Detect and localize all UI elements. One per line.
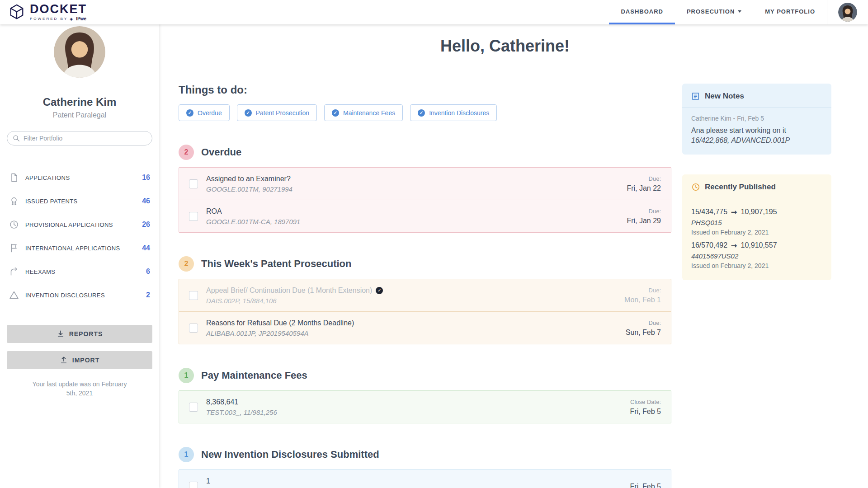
sidebar-item-provisional-applications[interactable]: PROVISIONAL APPLICATIONS 26	[0, 213, 159, 236]
patent-number: 10,907,195	[741, 208, 777, 216]
count-badge: 46	[142, 197, 150, 205]
chip-invention-disclosures[interactable]: ✓ Invention Disclosures	[410, 104, 497, 121]
reports-button[interactable]: REPORTS	[7, 325, 152, 343]
due-label: Due:	[624, 286, 661, 294]
task-title: ROA	[206, 206, 627, 216]
published-entry: 15/434,775 ➞ 10,907,195 PHSQ015 Issued o…	[682, 198, 831, 236]
application-number: 15/434,775	[691, 208, 727, 216]
task-text: 8,368,641 TEST.003_, 11/981,256	[206, 397, 630, 417]
ipwe-logo-icon: ◈	[70, 17, 74, 21]
todo-column: Things to do: ✓ Overdue ✓ Patent Prosecu…	[179, 84, 671, 488]
task-row[interactable]: Reasons for Refusal Due (2 Months Deadli…	[179, 311, 671, 344]
task-text: ROA GOOGLE.001TM-CA, 1897091	[206, 206, 627, 226]
reexam-arrow-icon	[9, 267, 19, 277]
nav-my-portfolio[interactable]: MY PORTFOLIO	[753, 0, 827, 24]
task-checkbox[interactable]	[189, 403, 198, 412]
count-badge: 44	[142, 244, 150, 252]
task-due: Due: Mon, Feb 1	[624, 286, 661, 305]
greeting: Hello, Catherine!	[179, 36, 831, 56]
sidebar-item-issued-patents[interactable]: ISSUED PATENTS 46	[0, 189, 159, 213]
due-date: Mon, Feb 1	[624, 295, 661, 305]
docket-logo[interactable]: DOCKET POWERED BY ◈ IPwe	[0, 0, 87, 24]
sidebar-item-international-applications[interactable]: INTERNATIONAL APPLICATIONS 44	[0, 236, 159, 260]
nav-my-portfolio-label: MY PORTFOLIO	[765, 8, 815, 15]
top-bar: DOCKET POWERED BY ◈ IPwe DASHBOARD PROSE…	[0, 0, 868, 24]
chip-overdue[interactable]: ✓ Overdue	[179, 104, 230, 121]
new-notes-card[interactable]: New Notes Catherine Kim - Fri, Feb 5 Ana…	[682, 84, 831, 155]
chip-label: Overdue	[198, 109, 222, 117]
reports-button-label: REPORTS	[69, 330, 103, 338]
published-issued-date: Issued on February 2, 2021	[691, 262, 822, 269]
task-row[interactable]: ROA GOOGLE.001TM-CA, 1897091 Due: Fri, J…	[179, 200, 671, 232]
task-title: Reasons for Refusal Due (2 Months Deadli…	[206, 318, 626, 328]
sidebar-item-label: INVENTION DISCLOSURES	[25, 292, 146, 299]
due-date: Sun, Feb 7	[626, 328, 661, 337]
portfolio-menu: APPLICATIONS 16 ISSUED PATENTS 46 PROVIS…	[0, 166, 159, 307]
sidebar-item-label: PROVISIONAL APPLICATIONS	[25, 221, 142, 228]
task-checkbox[interactable]	[189, 212, 198, 221]
section-title: Pay Maintenance Fees	[201, 370, 307, 381]
due-label: Due:	[627, 175, 661, 183]
recently-published-card[interactable]: Recently Published 15/434,775 ➞ 10,907,1…	[682, 174, 831, 280]
published-entry: 16/570,492 ➞ 10,910,557 44015697US02 Iss…	[682, 236, 831, 269]
count-badge: 26	[142, 221, 150, 229]
task-row[interactable]: 1 ↻ In Progress Fri, Feb 5	[179, 470, 671, 488]
task-text: 1 ↻ In Progress	[206, 476, 630, 488]
import-button[interactable]: IMPORT	[7, 351, 152, 369]
nav-prosecution-label: PROSECUTION	[687, 8, 735, 15]
section-overdue: 2 Overdue Assigned to an Examiner? GOOGL…	[179, 145, 671, 233]
check-circle-icon: ✓	[332, 109, 339, 117]
sidebar-item-label: INTERNATIONAL APPLICATIONS	[25, 245, 142, 252]
task-row[interactable]: 8,368,641 TEST.003_, 11/981,256 Close Da…	[179, 391, 671, 423]
note-message: Ana please start working on it	[691, 126, 822, 136]
task-checkbox[interactable]	[189, 324, 198, 333]
task-reference: GOOGLE.001TM, 90271994	[206, 185, 627, 193]
filter-chips: ✓ Overdue ✓ Patent Prosecution ✓ Mainten…	[179, 104, 671, 121]
task-checkbox[interactable]	[189, 179, 198, 188]
body-row: Catherine Kim Patent Paralegal APPLICATI…	[0, 24, 868, 488]
due-label: Due:	[626, 319, 661, 327]
task-checkbox[interactable]	[189, 482, 198, 488]
section-header: 2 Overdue	[179, 145, 671, 160]
sidebar: Catherine Kim Patent Paralegal APPLICATI…	[0, 24, 159, 488]
sidebar-item-invention-disclosures[interactable]: INVENTION DISCLOSURES 2	[0, 283, 159, 307]
chip-label: Maintenance Fees	[343, 109, 395, 117]
chip-label: Patent Prosecution	[256, 109, 309, 117]
count-badge: 2	[146, 291, 150, 299]
task-row[interactable]: Assigned to an Examiner? GOOGLE.001TM, 9…	[179, 168, 671, 200]
due-label: Due:	[627, 207, 661, 215]
sidebar-item-reexams[interactable]: REEXAMS 6	[0, 260, 159, 283]
nav-prosecution[interactable]: PROSECUTION	[675, 0, 753, 24]
filter-portfolio-input[interactable]	[7, 131, 152, 145]
sidebar-item-label: APPLICATIONS	[25, 174, 142, 181]
notes-card-title: New Notes	[705, 92, 744, 101]
section-patent-prosecution: 2 This Week's Patent Prosecution Appeal …	[179, 256, 671, 344]
chip-maintenance-fees[interactable]: ✓ Maintenance Fees	[324, 104, 403, 121]
task-checkbox[interactable]	[189, 291, 198, 300]
upload-icon	[60, 356, 68, 364]
task-reference: GOOGLE.001TM-CA, 1897091	[206, 217, 627, 226]
task-due: Close Date: Fri, Feb 5	[630, 398, 661, 416]
main-nav: DASHBOARD PROSECUTION MY PORTFOLIO	[609, 0, 827, 24]
prosecution-task-list: Appeal Brief/ Continuation Due (1 Month …	[179, 279, 671, 344]
nav-dashboard[interactable]: DASHBOARD	[609, 0, 675, 24]
published-card-header: Recently Published	[682, 174, 831, 198]
task-due: Due: Sun, Feb 7	[626, 319, 661, 337]
task-reference: DAIS.002P, 15/884,106	[206, 296, 624, 305]
sidebar-item-applications[interactable]: APPLICATIONS 16	[0, 166, 159, 189]
note-author: Catherine Kim - Fri, Feb 5	[691, 115, 822, 122]
sidebar-item-label: REEXAMS	[25, 268, 146, 275]
clock-icon	[9, 220, 19, 230]
user-avatar[interactable]	[838, 3, 857, 22]
last-update-note: Your last update was on February 5th, 20…	[30, 380, 129, 398]
section-title: Overdue	[201, 146, 241, 158]
task-row[interactable]: Appeal Brief/ Continuation Due (1 Month …	[179, 279, 671, 311]
due-date: Fri, Feb 5	[630, 482, 661, 488]
chip-patent-prosecution[interactable]: ✓ Patent Prosecution	[237, 104, 317, 121]
notes-body: Catherine Kim - Fri, Feb 5 Ana please st…	[682, 108, 831, 155]
sidebar-item-label: ISSUED PATENTS	[25, 198, 142, 205]
arrow-right-icon: ➞	[731, 208, 737, 216]
things-to-do-title: Things to do:	[179, 84, 671, 96]
completed-seal-icon: ✓	[376, 287, 383, 294]
notifications-column: New Notes Catherine Kim - Fri, Feb 5 Ana…	[682, 84, 831, 280]
